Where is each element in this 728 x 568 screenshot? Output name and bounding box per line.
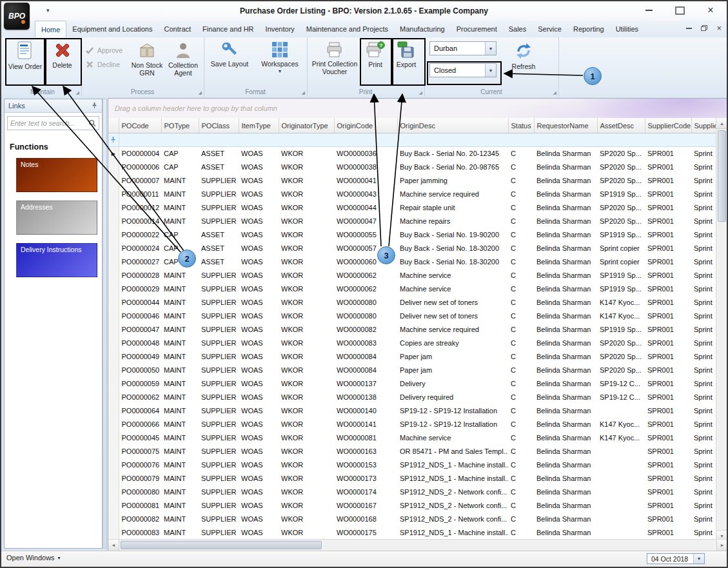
cell-potype[interactable]: MAINT [161,296,199,309]
cell-suppliername[interactable]: Sprint [691,458,717,472]
table-row[interactable]: PO0000028 MAINT SUPPLIER WOAS WKOR WO000… [108,269,717,282]
row-indicator[interactable] [108,377,119,391]
cell-origindesc[interactable]: SP1912_NDS_2 - Network confi... [397,513,508,526]
cell-origindesc[interactable]: SP1912_NDS_1 - Machine install... [397,458,508,472]
tab-contract[interactable]: Contract [159,21,197,37]
table-row[interactable]: PO0000047 MAINT SUPPLIER WOAS WKOR WO000… [108,323,717,337]
cell-itemtype[interactable]: WOAS [239,255,279,269]
cell-pocode[interactable]: PO0000024 [119,242,161,255]
row-indicator[interactable] [108,282,119,296]
row-indicator[interactable] [108,201,119,215]
notes-tile[interactable]: Notes [16,158,97,192]
cell-poclass[interactable]: SUPPLIER [199,174,239,188]
cell-originatortype[interactable]: WKOR [279,513,334,526]
table-row[interactable]: PO0000075 MAINT SUPPLIER WOAS WKOR WO000… [108,445,717,458]
cell-requestorname[interactable]: Belinda Sharman [534,269,597,282]
filter-cell[interactable] [279,133,334,147]
row-indicator[interactable] [108,228,119,242]
scroll-left-icon[interactable]: ◄ [108,540,119,551]
cell-suppliercode[interactable]: SPR001 [645,364,691,377]
cell-potype[interactable]: MAINT [161,458,199,472]
cell-suppliername[interactable]: Sprint [691,174,717,188]
cell-originatortype[interactable]: WKOR [279,458,334,472]
save-layout-button[interactable]: Save Layout [209,39,250,83]
cell-originatortype[interactable]: WKOR [279,269,334,282]
column-header-suppliername[interactable]: SupplierName [691,118,717,133]
cell-assetdesc[interactable] [597,445,645,458]
cell-requestorname[interactable]: Belinda Sharman [534,242,597,255]
column-header-origincode[interactable]: OriginCode [334,118,397,133]
cell-itemtype[interactable]: WOAS [239,431,279,445]
cell-requestorname[interactable]: Belinda Sharman [534,445,597,458]
cell-origindesc[interactable]: OR 85471 - PM and Sales Templ... [397,445,508,458]
cell-itemtype[interactable]: WOAS [239,526,279,540]
cell-itemtype[interactable]: WOAS [239,499,279,513]
cell-status[interactable]: C [508,174,534,188]
cell-poclass[interactable]: SUPPLIER [199,458,239,472]
cell-pocode[interactable]: PO0000082 [119,513,161,526]
maximize-button[interactable] [667,3,692,17]
cell-itemtype[interactable]: WOAS [239,188,279,201]
scroll-right-icon[interactable]: ► [716,540,727,551]
cell-poclass[interactable]: SUPPLIER [199,350,239,364]
cell-itemtype[interactable]: WOAS [239,201,279,215]
row-indicator[interactable] [108,161,119,174]
cell-origincode[interactable]: WO0000062 [334,282,397,296]
cell-status[interactable]: C [508,513,534,526]
delete-button[interactable]: Delete [45,39,79,83]
cell-poclass[interactable]: ASSET [199,242,239,255]
cell-origincode[interactable]: WO0000141 [334,418,397,431]
tab-inventory[interactable]: Inventory [260,21,300,37]
cell-originatortype[interactable]: WKOR [279,147,334,161]
table-row[interactable]: PO0000064 MAINT SUPPLIER WOAS WKOR WO000… [108,404,717,418]
close-button[interactable]: × [698,3,723,17]
print-collection-voucher-button[interactable]: Print Collection Voucher [308,39,361,83]
cell-origindesc[interactable]: Delivery [397,377,508,391]
cell-requestorname[interactable]: Belinda Sharman [534,147,597,161]
cell-potype[interactable]: MAINT [161,201,199,215]
mdi-minimize-icon[interactable] [686,28,692,29]
view-order-button[interactable]: View Order [6,39,44,83]
cell-status[interactable]: C [508,472,534,485]
cell-poclass[interactable]: SUPPLIER [199,201,239,215]
row-indicator[interactable] [108,404,119,418]
cell-pocode[interactable]: PO0000028 [119,269,161,282]
cell-itemtype[interactable]: WOAS [239,377,279,391]
cell-status[interactable]: C [508,404,534,418]
cell-suppliername[interactable]: Sprint [691,309,717,323]
table-row[interactable]: PO0000050 MAINT SUPPLIER WOAS WKOR WO000… [108,364,717,377]
cell-assetdesc[interactable]: SP1919 Sp... [597,188,645,201]
cell-origincode[interactable]: WO0000163 [334,445,397,458]
cell-poclass[interactable]: SUPPLIER [199,485,239,499]
column-header-potype[interactable]: POType [161,118,199,133]
scroll-up-icon[interactable]: ▲ [716,118,727,129]
cell-status[interactable]: C [508,161,534,174]
cell-pocode[interactable]: PO0000079 [119,472,161,485]
cell-suppliername[interactable]: Sprint [691,255,717,269]
cell-origincode[interactable]: WO0000138 [334,391,397,404]
cell-origindesc[interactable]: SP19-12 - SP19-12 Installation [397,404,508,418]
column-header-itemtype[interactable]: ItemType [239,118,279,133]
cell-potype[interactable]: MAINT [161,404,199,418]
cell-suppliercode[interactable]: SPR001 [645,377,691,391]
cell-requestorname[interactable]: Belinda Sharman [534,188,597,201]
cell-origindesc[interactable]: Buy Back - Serial No. 19-90200 [397,228,508,242]
cell-itemtype[interactable]: WOAS [239,161,279,174]
cell-originatortype[interactable]: WKOR [279,188,334,201]
cell-requestorname[interactable]: Belinda Sharman [534,282,597,296]
cell-requestorname[interactable]: Belinda Sharman [534,404,597,418]
row-indicator[interactable] [108,431,119,445]
cell-originatortype[interactable]: WKOR [279,364,334,377]
row-indicator[interactable] [108,526,119,540]
cell-poclass[interactable]: SUPPLIER [199,499,239,513]
cell-assetdesc[interactable]: SP1919 Sp... [597,228,645,242]
cell-potype[interactable]: CAP [161,161,199,174]
cell-origincode[interactable]: WO0000168 [334,513,397,526]
cell-assetdesc[interactable]: Sprint copier [597,255,645,269]
cell-itemtype[interactable]: WOAS [239,445,279,458]
cell-itemtype[interactable]: WOAS [239,418,279,431]
table-row[interactable]: PO0000029 MAINT SUPPLIER WOAS WKOR WO000… [108,282,717,296]
cell-originatortype[interactable]: WKOR [279,174,334,188]
cell-poclass[interactable]: ASSET [199,228,239,242]
cell-poclass[interactable]: SUPPLIER [199,364,239,377]
